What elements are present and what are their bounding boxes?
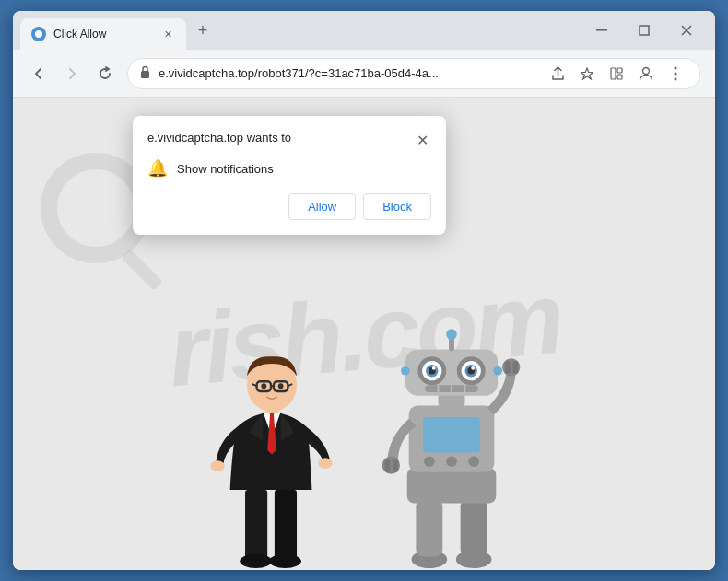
title-bar: Click Allow ✕ + (13, 11, 715, 50)
popup-header: e.vividcaptcha.top wants to ✕ (147, 131, 431, 149)
popup-title: e.vividcaptcha.top wants to (147, 131, 291, 145)
svg-point-11 (675, 72, 677, 75)
address-right-icons (545, 61, 688, 87)
person-illustration (194, 312, 350, 570)
svg-point-59 (471, 366, 475, 370)
tab-title: Click Allow (53, 28, 153, 41)
svg-point-60 (401, 366, 410, 376)
window-controls (581, 16, 708, 45)
robot-illustration (369, 312, 534, 570)
svg-rect-34 (407, 468, 497, 504)
svg-rect-6 (611, 68, 616, 79)
lock-icon (139, 65, 151, 81)
tab-close-button[interactable]: ✕ (160, 27, 175, 41)
svg-rect-14 (275, 490, 297, 561)
svg-point-27 (278, 383, 284, 389)
svg-rect-45 (393, 459, 398, 472)
svg-point-16 (269, 554, 301, 568)
extension-icon[interactable] (604, 61, 629, 87)
svg-rect-7 (617, 68, 622, 73)
svg-rect-13 (245, 490, 267, 561)
back-button[interactable] (24, 59, 53, 88)
bell-icon: 🔔 (147, 158, 168, 179)
svg-rect-0 (596, 29, 607, 31)
browser-tab[interactable]: Click Allow ✕ (20, 18, 186, 50)
svg-rect-32 (416, 499, 442, 557)
svg-rect-1 (640, 26, 649, 35)
svg-point-61 (493, 366, 502, 376)
svg-point-10 (675, 66, 677, 69)
popup-close-button[interactable]: ✕ (413, 131, 431, 149)
svg-point-49 (446, 329, 457, 340)
notification-popup: e.vividcaptcha.top wants to ✕ 🔔 Show not… (133, 116, 446, 235)
svg-rect-4 (141, 71, 149, 78)
close-button[interactable] (665, 16, 708, 45)
svg-point-9 (643, 67, 650, 74)
allow-button[interactable]: Allow (288, 193, 356, 220)
svg-rect-8 (617, 75, 622, 79)
svg-rect-41 (505, 361, 511, 374)
svg-point-12 (675, 77, 677, 80)
svg-point-37 (424, 456, 435, 467)
svg-rect-44 (385, 459, 391, 472)
svg-point-18 (210, 460, 224, 471)
menu-icon[interactable] (663, 61, 688, 87)
bookmark-icon[interactable] (574, 61, 600, 87)
svg-point-26 (261, 383, 266, 389)
forward-button[interactable] (57, 59, 87, 88)
block-button[interactable]: Block (363, 193, 431, 220)
browser-window: Click Allow ✕ + (13, 11, 715, 570)
svg-point-17 (318, 458, 332, 469)
svg-rect-42 (513, 361, 519, 374)
address-text: e.vividcaptcha.top/robot371/?c=31ac71ba-… (159, 66, 537, 80)
svg-rect-36 (423, 417, 480, 453)
svg-point-38 (446, 456, 457, 467)
maximize-button[interactable] (623, 16, 665, 45)
popup-buttons: Allow Block (147, 193, 431, 220)
characters-illustration (134, 312, 594, 570)
address-bar[interactable]: e.vividcaptcha.top/robot371/?c=31ac71ba-… (127, 58, 700, 89)
minimize-button[interactable] (581, 16, 623, 45)
tab-favicon-icon (31, 27, 46, 41)
svg-marker-5 (581, 68, 593, 79)
profile-icon[interactable] (633, 61, 659, 87)
new-tab-button[interactable]: + (190, 17, 216, 43)
navigation-bar: e.vividcaptcha.top/robot371/?c=31ac71ba-… (13, 50, 715, 98)
refresh-button[interactable] (90, 59, 120, 88)
share-icon[interactable] (545, 61, 570, 87)
svg-point-58 (432, 366, 436, 370)
svg-rect-33 (461, 499, 487, 557)
notification-label: Show notifications (177, 162, 274, 176)
svg-point-15 (240, 554, 272, 568)
page-content: rish.com (13, 98, 715, 570)
notification-row: 🔔 Show notifications (147, 158, 431, 179)
svg-point-39 (468, 456, 479, 467)
